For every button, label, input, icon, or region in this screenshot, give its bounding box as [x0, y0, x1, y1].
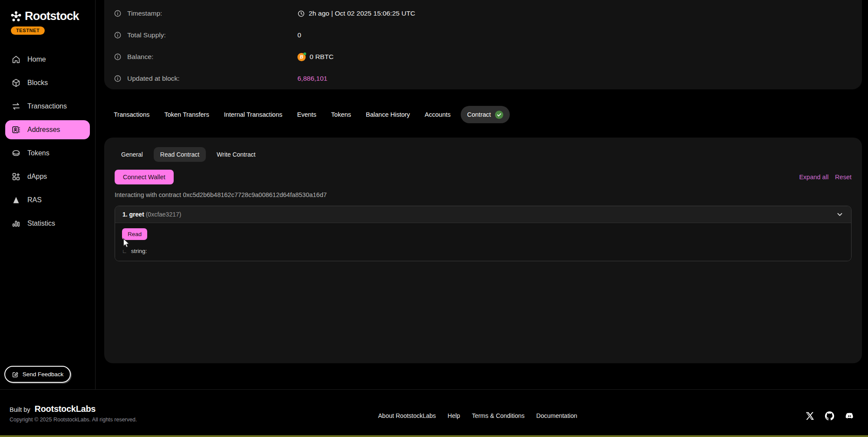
sidebar: Rootstock TESTNET Home Blocks Transactio…	[0, 0, 96, 389]
rootstock-logo-icon	[10, 11, 22, 22]
method-name: 1. greet	[122, 211, 144, 218]
statistics-icon	[11, 219, 21, 228]
blocks-icon	[11, 78, 21, 88]
info-label-text: Updated at block:	[127, 75, 180, 82]
discord-icon[interactable]	[845, 411, 854, 421]
sidebar-item-statistics[interactable]: Statistics	[5, 214, 90, 233]
sidebar-item-label: Blocks	[27, 79, 48, 87]
main-content: Timestamp: 2h ago | Oct 02 2025 15:06:25…	[96, 0, 868, 363]
contract-panel: General Read Contract Write Contract Con…	[104, 138, 862, 363]
tab-balance-history[interactable]: Balance History	[359, 106, 418, 123]
sidebar-item-label: Statistics	[27, 220, 55, 227]
tab-contract[interactable]: Contract	[461, 106, 510, 123]
chevron-down-icon	[836, 211, 843, 218]
sidebar-item-tokens[interactable]: Tokens	[5, 144, 90, 163]
subtab-write-contract[interactable]: Write Contract	[210, 147, 262, 162]
tab-transactions[interactable]: Transactions	[106, 106, 157, 123]
sidebar-item-blocks[interactable]: Blocks	[5, 73, 90, 92]
timestamp-value: 2h ago | Oct 02 2025 15:06:25 UTC	[309, 10, 415, 17]
balance-value: 0 RBTC	[310, 53, 333, 61]
tab-token-transfers[interactable]: Token Transfers	[157, 106, 216, 123]
method-accordion-header[interactable]: 1. greet (0xcfae3217)	[115, 206, 851, 223]
sidebar-item-addresses[interactable]: Addresses	[5, 120, 90, 139]
github-icon[interactable]	[825, 411, 834, 421]
dapps-icon	[11, 172, 21, 181]
sidebar-item-ras[interactable]: RAS	[5, 191, 90, 210]
footer-links: About RootstockLabs Help Terms & Conditi…	[378, 412, 577, 419]
home-icon	[11, 55, 21, 64]
info-row-balance: Balance: B 0 RBTC	[114, 46, 862, 68]
output-corner-glyph: ∟	[122, 248, 127, 254]
subtab-read-contract[interactable]: Read Contract	[154, 147, 206, 162]
tab-events[interactable]: Events	[290, 106, 323, 123]
footer-link-help[interactable]: Help	[448, 412, 460, 419]
addresses-icon	[11, 125, 21, 135]
x-twitter-icon[interactable]	[805, 411, 814, 421]
brand-logo[interactable]: Rootstock TESTNET	[0, 0, 95, 35]
sidebar-item-label: RAS	[27, 196, 42, 204]
sidebar-item-label: dApps	[27, 173, 47, 181]
method-selector: (0xcfae3217)	[146, 211, 182, 218]
footer-link-documentation[interactable]: Documentation	[536, 412, 577, 419]
sidebar-item-label: Home	[27, 56, 46, 63]
info-row-timestamp: Timestamp: 2h ago | Oct 02 2025 15:06:25…	[114, 3, 862, 24]
sidebar-item-transactions[interactable]: Transactions	[5, 97, 90, 116]
total-supply-value: 0	[297, 31, 301, 39]
footer-link-about[interactable]: About RootstockLabs	[378, 412, 436, 419]
footer-socials	[805, 411, 854, 421]
brand-name: Rootstock	[25, 10, 79, 23]
reset-link[interactable]: Reset	[835, 174, 851, 181]
rbtc-coin-icon: B	[297, 53, 306, 61]
info-icon	[114, 53, 122, 61]
expand-all-link[interactable]: Expand all	[799, 174, 828, 181]
verified-check-icon	[495, 111, 503, 119]
tab-accounts[interactable]: Accounts	[417, 106, 458, 123]
info-row-updated-block: Updated at block: 6,886,101	[114, 68, 862, 89]
info-icon	[114, 10, 122, 17]
send-feedback-label: Send Feedback	[23, 371, 64, 378]
connect-wallet-button[interactable]: Connect Wallet	[115, 170, 174, 184]
send-feedback-button[interactable]: Send Feedback	[4, 366, 71, 383]
interacting-contract-text: Interacting with contract 0xc5d2b6b48162…	[115, 191, 851, 198]
address-tabs: Transactions Token Transfers Internal Tr…	[106, 106, 868, 123]
built-by-label: Built by	[10, 406, 30, 413]
sidebar-item-home[interactable]: Home	[5, 50, 90, 69]
method-output-row: ∟ string:	[122, 248, 844, 254]
tokens-icon	[11, 148, 21, 158]
footer-link-terms[interactable]: Terms & Conditions	[472, 412, 525, 419]
sidebar-item-dapps[interactable]: dApps	[5, 167, 90, 186]
copyright-text: Copyright © 2025 RootstockLabs. All righ…	[10, 417, 137, 423]
tab-contract-label: Contract	[467, 111, 491, 118]
sidebar-item-label: Tokens	[27, 149, 50, 157]
ras-icon	[11, 195, 21, 205]
footer: Built by RootstockLabs Copyright © 2025 …	[0, 389, 868, 437]
tab-tokens[interactable]: Tokens	[324, 106, 359, 123]
info-label-text: Total Supply:	[127, 31, 166, 39]
contract-subtabs: General Read Contract Write Contract	[115, 147, 851, 162]
block-number-link[interactable]: 6,886,101	[297, 75, 327, 82]
read-contract-toolbar: Connect Wallet Expand all Reset	[115, 170, 851, 184]
sidebar-nav: Home Blocks Transactions Addresses Token…	[0, 46, 95, 237]
feedback-icon	[12, 371, 19, 378]
testnet-badge: TESTNET	[11, 26, 45, 35]
info-label-text: Balance:	[127, 53, 153, 61]
info-icon	[114, 75, 122, 82]
clock-icon	[297, 10, 305, 17]
rootstocklabs-wordmark[interactable]: RootstockLabs	[35, 404, 96, 414]
info-icon	[114, 31, 122, 39]
output-type-label: string:	[131, 248, 147, 254]
sidebar-item-label: Addresses	[27, 126, 60, 134]
method-accordion: 1. greet (0xcfae3217) Read ∟ string:	[115, 206, 851, 261]
sidebar-item-label: Transactions	[27, 102, 67, 110]
read-button[interactable]: Read	[122, 228, 147, 240]
footer-brand: Built by RootstockLabs Copyright © 2025 …	[10, 404, 137, 423]
tab-internal-transactions[interactable]: Internal Transactions	[217, 106, 290, 123]
info-label-text: Timestamp:	[127, 10, 162, 17]
info-row-total-supply: Total Supply: 0	[114, 24, 862, 46]
subtab-general[interactable]: General	[115, 147, 149, 162]
method-accordion-body: Read ∟ string:	[115, 223, 851, 261]
address-info-card: Timestamp: 2h ago | Oct 02 2025 15:06:25…	[104, 0, 862, 89]
transactions-icon	[11, 102, 21, 111]
